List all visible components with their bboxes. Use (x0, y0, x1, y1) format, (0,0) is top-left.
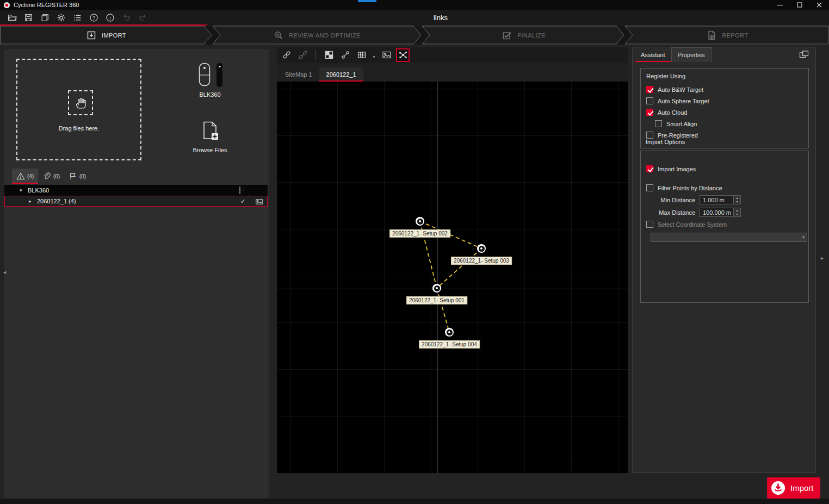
checkbox-icon[interactable] (646, 165, 653, 172)
help-button[interactable]: ? (87, 11, 101, 24)
min-distance-stepper[interactable]: ▲ ▼ (733, 195, 741, 204)
setup-node[interactable] (477, 244, 486, 253)
tab-label: SiteMap 1 (285, 71, 312, 78)
close-button[interactable] (809, 0, 829, 10)
about-info-button[interactable]: i (103, 11, 117, 24)
review-icon (273, 30, 284, 41)
sitemap-tabs: SiteMap 1 2060122_1 (277, 63, 628, 82)
flag-icon (69, 172, 77, 181)
checkbox-icon[interactable] (646, 97, 653, 104)
tree-checkbox[interactable] (239, 187, 240, 194)
setup-node-ring (434, 285, 440, 291)
max-distance-stepper[interactable]: ▲ ▼ (733, 208, 741, 217)
setup-node[interactable] (445, 328, 454, 337)
workflow-step-report[interactable]: REPORT (626, 26, 829, 45)
expand-right-panel-icon[interactable]: ► (820, 256, 825, 261)
blk360-source[interactable]: BLK360 (183, 62, 237, 98)
reports-list-button[interactable] (71, 11, 84, 24)
tree-row-blk360[interactable]: ▾ BLK360 (4, 185, 268, 196)
maximize-button[interactable] (790, 0, 809, 10)
browse-files-button[interactable]: Browse Files (183, 121, 237, 153)
setup-node-dot (436, 287, 438, 289)
tab-attachments[interactable]: (0) (38, 169, 64, 184)
workflow-step-import[interactable]: IMPORT (0, 26, 212, 45)
sitemap-canvas[interactable]: 2060122_1- Setup 0022060122_1- Setup 003… (277, 82, 628, 473)
blk360-label: BLK360 (183, 91, 237, 98)
workflow-step-finalize[interactable]: FINALIZE (422, 26, 626, 45)
max-distance-row: Max Distance 100.000 m ▲ ▼ (656, 206, 803, 219)
redo-button[interactable] (136, 11, 150, 24)
tab-2060122-1[interactable]: 2060122_1 (319, 67, 363, 82)
spin-up-icon[interactable]: ▲ (734, 208, 740, 213)
setup-label[interactable]: 2060122_1- Setup 002 (389, 229, 450, 238)
checkbox-icon[interactable] (646, 109, 653, 116)
option-import-images[interactable]: Import Images (646, 163, 803, 175)
collapse-left-panel-icon[interactable]: ◄ (2, 270, 7, 275)
tree-row-2060122-1[interactable]: ▸ 2060122_1 (4) ✓ (4, 196, 268, 207)
tree-label: 2060122_1 (4) (37, 198, 76, 204)
max-distance-input[interactable]: 100.000 m (700, 208, 733, 217)
main-toolbar: ? i links (0, 10, 829, 25)
option-smart-align[interactable]: Smart Align (655, 118, 803, 129)
option-label: Auto B&W Target (658, 86, 703, 93)
tab-flags[interactable]: (0) (64, 169, 90, 184)
blk360-device-icon (197, 62, 212, 87)
grid-settings-tool[interactable] (355, 48, 368, 62)
spin-up-icon[interactable]: ▲ (734, 196, 740, 200)
images-icon[interactable] (255, 198, 263, 207)
tab-assistant[interactable]: Assistant (635, 47, 671, 62)
workflow-step-review[interactable]: REVIEW AND OPTIMIZE (212, 26, 422, 45)
setup-node[interactable] (416, 217, 424, 226)
check-icon[interactable]: ✓ (240, 198, 245, 205)
settings-gear-icon[interactable] (54, 11, 68, 24)
setup-label[interactable]: 2060122_1- Setup 003 (451, 257, 512, 265)
visual-alignment-tool[interactable] (338, 48, 352, 62)
minimize-button[interactable] (770, 0, 790, 10)
spin-down-icon[interactable]: ▼ (734, 200, 740, 204)
option-auto-cloud[interactable]: Auto Cloud (646, 107, 803, 118)
tab-properties[interactable]: Properties (671, 47, 712, 62)
assistant-panel: Assistant Properties Register Using Auto… (632, 47, 816, 473)
auto-cloud-tool[interactable] (396, 48, 410, 62)
create-link-tool[interactable] (280, 48, 293, 62)
setup-label[interactable]: 2060122_1- Setup 004 (419, 340, 480, 349)
undo-button[interactable] (120, 11, 133, 24)
checkbox-icon[interactable] (646, 86, 653, 93)
checkbox-checked-icon (239, 186, 240, 194)
checkbox-icon[interactable] (655, 120, 662, 127)
checkbox-icon[interactable] (646, 184, 653, 191)
checkbox-icon[interactable] (646, 132, 653, 139)
tab-sitemap-1[interactable]: SiteMap 1 (278, 67, 319, 82)
browse-files-icon (201, 121, 219, 142)
caret-right-icon[interactable]: ▸ (29, 198, 35, 204)
max-distance-label: Max Distance (656, 209, 695, 216)
tab-warnings[interactable]: (4) (12, 169, 38, 184)
option-auto-bw-target[interactable]: Auto B&W Target (646, 84, 803, 95)
workflow-step-label: FINALIZE (517, 32, 546, 39)
import-button[interactable]: Import (767, 477, 820, 499)
option-coordinate-system[interactable]: Select Coordinate System (646, 219, 803, 230)
coordinate-system-select[interactable]: ▾ (651, 233, 807, 242)
min-distance-input[interactable]: 1.000 m (700, 195, 733, 204)
batch-import-button[interactable] (38, 11, 52, 24)
layout-panels-icon[interactable] (798, 49, 810, 60)
window-controls (770, 0, 829, 10)
break-link-tool[interactable] (296, 48, 310, 62)
open-project-button[interactable] (5, 11, 19, 24)
setup-node[interactable] (432, 284, 441, 293)
application-window: Cyclone REGISTER 360 ? i links IMPORT (0, 0, 829, 504)
spin-down-icon[interactable]: ▼ (734, 213, 740, 217)
target-view-tool[interactable] (322, 48, 336, 62)
image-view-tool[interactable] (380, 48, 393, 62)
setup-label[interactable]: 2060122_1- Setup 001 (406, 296, 467, 304)
save-project-button[interactable] (22, 11, 35, 24)
report-icon (706, 30, 717, 41)
drop-files-zone[interactable]: Drag files here. (16, 59, 141, 160)
import-button-label: Import (790, 483, 814, 493)
caret-down-icon[interactable]: ▾ (20, 188, 26, 193)
titlebar: Cyclone REGISTER 360 (0, 0, 829, 10)
option-filter-points[interactable]: Filter Points by Distance (646, 182, 803, 194)
checkbox-icon[interactable] (646, 221, 653, 228)
option-auto-sphere-target[interactable]: Auto Sphere Target (646, 95, 803, 107)
grid-settings-dropdown[interactable]: ▾ (371, 48, 377, 62)
